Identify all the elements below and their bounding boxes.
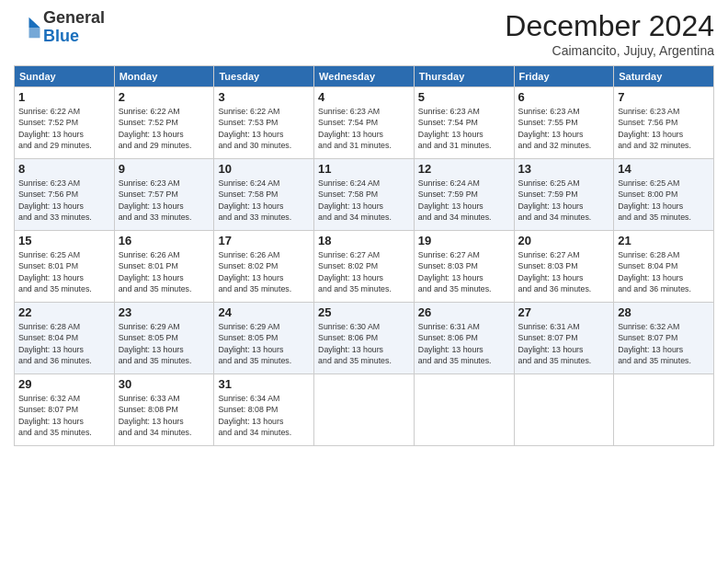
day-info: Sunrise: 6:28 AMSunset: 8:04 PMDaylight:… bbox=[18, 321, 110, 366]
day-info: Sunrise: 6:23 AMSunset: 7:54 PMDaylight:… bbox=[418, 106, 510, 151]
calendar-cell: 21Sunrise: 6:28 AMSunset: 8:04 PMDayligh… bbox=[614, 231, 714, 303]
day-number: 1 bbox=[18, 90, 110, 104]
calendar-cell: 15Sunrise: 6:25 AMSunset: 8:01 PMDayligh… bbox=[15, 231, 115, 303]
day-info: Sunrise: 6:22 AMSunset: 7:52 PMDaylight:… bbox=[119, 106, 210, 151]
calendar-cell bbox=[414, 374, 514, 446]
day-info: Sunrise: 6:22 AMSunset: 7:52 PMDaylight:… bbox=[18, 106, 110, 151]
day-info: Sunrise: 6:33 AMSunset: 8:08 PMDaylight:… bbox=[119, 393, 210, 438]
day-number: 6 bbox=[518, 90, 610, 104]
day-number: 31 bbox=[218, 377, 310, 391]
day-info: Sunrise: 6:23 AMSunset: 7:57 PMDaylight:… bbox=[119, 178, 210, 223]
day-number: 24 bbox=[218, 305, 310, 319]
day-info: Sunrise: 6:22 AMSunset: 7:53 PMDaylight:… bbox=[218, 106, 310, 151]
calendar-table: Sunday Monday Tuesday Wednesday Thursday… bbox=[14, 65, 714, 446]
day-number: 12 bbox=[418, 162, 510, 176]
calendar-cell: 28Sunrise: 6:32 AMSunset: 8:07 PMDayligh… bbox=[614, 303, 714, 374]
calendar-cell: 14Sunrise: 6:25 AMSunset: 8:00 PMDayligh… bbox=[614, 159, 714, 231]
day-info: Sunrise: 6:27 AMSunset: 8:02 PMDaylight:… bbox=[318, 249, 410, 294]
day-info: Sunrise: 6:26 AMSunset: 8:01 PMDaylight:… bbox=[119, 249, 210, 294]
day-number: 8 bbox=[18, 162, 110, 176]
calendar-cell: 27Sunrise: 6:31 AMSunset: 8:07 PMDayligh… bbox=[514, 303, 614, 374]
calendar-cell: 29Sunrise: 6:32 AMSunset: 8:07 PMDayligh… bbox=[15, 374, 115, 446]
day-info: Sunrise: 6:34 AMSunset: 8:08 PMDaylight:… bbox=[218, 393, 310, 438]
day-info: Sunrise: 6:25 AMSunset: 8:00 PMDaylight:… bbox=[618, 178, 710, 223]
day-number: 4 bbox=[318, 90, 410, 104]
day-number: 9 bbox=[119, 162, 210, 176]
day-number: 30 bbox=[119, 377, 210, 391]
calendar-cell bbox=[314, 374, 415, 446]
day-number: 15 bbox=[18, 234, 110, 247]
day-number: 19 bbox=[418, 234, 510, 247]
col-saturday: Saturday bbox=[614, 66, 714, 87]
day-info: Sunrise: 6:24 AMSunset: 7:58 PMDaylight:… bbox=[318, 178, 410, 223]
day-info: Sunrise: 6:27 AMSunset: 8:03 PMDaylight:… bbox=[518, 249, 610, 294]
day-info: Sunrise: 6:30 AMSunset: 8:06 PMDaylight:… bbox=[318, 321, 410, 366]
day-number: 26 bbox=[418, 305, 510, 319]
calendar-cell: 10Sunrise: 6:24 AMSunset: 7:58 PMDayligh… bbox=[214, 159, 314, 231]
day-info: Sunrise: 6:32 AMSunset: 8:07 PMDaylight:… bbox=[618, 321, 710, 366]
day-info: Sunrise: 6:24 AMSunset: 7:58 PMDaylight:… bbox=[218, 178, 310, 223]
col-friday: Friday bbox=[514, 66, 614, 87]
calendar-cell: 3Sunrise: 6:22 AMSunset: 7:53 PMDaylight… bbox=[214, 87, 314, 159]
title-block: December 2024 Caimancito, Jujuy, Argenti… bbox=[505, 9, 714, 58]
calendar-cell: 24Sunrise: 6:29 AMSunset: 8:05 PMDayligh… bbox=[214, 303, 314, 374]
calendar-cell: 25Sunrise: 6:30 AMSunset: 8:06 PMDayligh… bbox=[314, 303, 415, 374]
logo-blue: Blue bbox=[43, 27, 79, 45]
svg-marker-1 bbox=[29, 28, 40, 38]
location-subtitle: Caimancito, Jujuy, Argentina bbox=[505, 43, 714, 58]
day-number: 14 bbox=[618, 162, 710, 176]
logo: General Blue bbox=[14, 9, 105, 46]
day-number: 7 bbox=[618, 90, 710, 104]
day-number: 21 bbox=[618, 234, 710, 247]
calendar-cell: 1Sunrise: 6:22 AMSunset: 7:52 PMDaylight… bbox=[15, 87, 115, 159]
logo-general: General bbox=[43, 8, 105, 27]
day-info: Sunrise: 6:29 AMSunset: 8:05 PMDaylight:… bbox=[119, 321, 210, 366]
day-info: Sunrise: 6:25 AMSunset: 8:01 PMDaylight:… bbox=[18, 249, 110, 294]
day-info: Sunrise: 6:23 AMSunset: 7:55 PMDaylight:… bbox=[518, 106, 610, 151]
calendar-cell: 18Sunrise: 6:27 AMSunset: 8:02 PMDayligh… bbox=[314, 231, 415, 303]
day-number: 28 bbox=[618, 305, 710, 319]
calendar-cell: 6Sunrise: 6:23 AMSunset: 7:55 PMDaylight… bbox=[514, 87, 614, 159]
day-info: Sunrise: 6:25 AMSunset: 7:59 PMDaylight:… bbox=[518, 178, 610, 223]
day-number: 16 bbox=[119, 234, 210, 247]
day-number: 25 bbox=[318, 305, 410, 319]
calendar-cell: 11Sunrise: 6:24 AMSunset: 7:58 PMDayligh… bbox=[314, 159, 415, 231]
main-container: General Blue December 2024 Caimancito, J… bbox=[0, 0, 728, 451]
svg-marker-0 bbox=[29, 17, 40, 28]
day-info: Sunrise: 6:27 AMSunset: 8:03 PMDaylight:… bbox=[418, 249, 510, 294]
day-info: Sunrise: 6:28 AMSunset: 8:04 PMDaylight:… bbox=[618, 249, 710, 294]
day-number: 20 bbox=[518, 234, 610, 247]
col-wednesday: Wednesday bbox=[314, 66, 415, 87]
day-number: 27 bbox=[518, 305, 610, 319]
day-number: 13 bbox=[518, 162, 610, 176]
col-sunday: Sunday bbox=[15, 66, 115, 87]
header: General Blue December 2024 Caimancito, J… bbox=[14, 9, 714, 58]
calendar-cell: 5Sunrise: 6:23 AMSunset: 7:54 PMDaylight… bbox=[414, 87, 514, 159]
calendar-cell: 2Sunrise: 6:22 AMSunset: 7:52 PMDaylight… bbox=[114, 87, 214, 159]
logo-icon bbox=[14, 14, 41, 41]
month-title: December 2024 bbox=[505, 9, 714, 43]
day-number: 2 bbox=[119, 90, 210, 104]
day-number: 18 bbox=[318, 234, 410, 247]
col-thursday: Thursday bbox=[414, 66, 514, 87]
day-info: Sunrise: 6:26 AMSunset: 8:02 PMDaylight:… bbox=[218, 249, 310, 294]
calendar-cell: 9Sunrise: 6:23 AMSunset: 7:57 PMDaylight… bbox=[114, 159, 214, 231]
calendar-cell bbox=[514, 374, 614, 446]
calendar-cell: 20Sunrise: 6:27 AMSunset: 8:03 PMDayligh… bbox=[514, 231, 614, 303]
calendar-cell: 13Sunrise: 6:25 AMSunset: 7:59 PMDayligh… bbox=[514, 159, 614, 231]
calendar-cell: 8Sunrise: 6:23 AMSunset: 7:56 PMDaylight… bbox=[15, 159, 115, 231]
day-number: 11 bbox=[318, 162, 410, 176]
calendar-cell: 22Sunrise: 6:28 AMSunset: 8:04 PMDayligh… bbox=[15, 303, 115, 374]
day-number: 29 bbox=[18, 377, 110, 391]
col-tuesday: Tuesday bbox=[214, 66, 314, 87]
day-number: 10 bbox=[218, 162, 310, 176]
logo-text: General Blue bbox=[43, 9, 105, 46]
day-info: Sunrise: 6:32 AMSunset: 8:07 PMDaylight:… bbox=[18, 393, 110, 438]
day-number: 3 bbox=[218, 90, 310, 104]
calendar-cell: 7Sunrise: 6:23 AMSunset: 7:56 PMDaylight… bbox=[614, 87, 714, 159]
day-info: Sunrise: 6:23 AMSunset: 7:54 PMDaylight:… bbox=[318, 106, 410, 151]
col-monday: Monday bbox=[114, 66, 214, 87]
day-info: Sunrise: 6:24 AMSunset: 7:59 PMDaylight:… bbox=[418, 178, 510, 223]
day-info: Sunrise: 6:23 AMSunset: 7:56 PMDaylight:… bbox=[18, 178, 110, 223]
day-info: Sunrise: 6:29 AMSunset: 8:05 PMDaylight:… bbox=[218, 321, 310, 366]
